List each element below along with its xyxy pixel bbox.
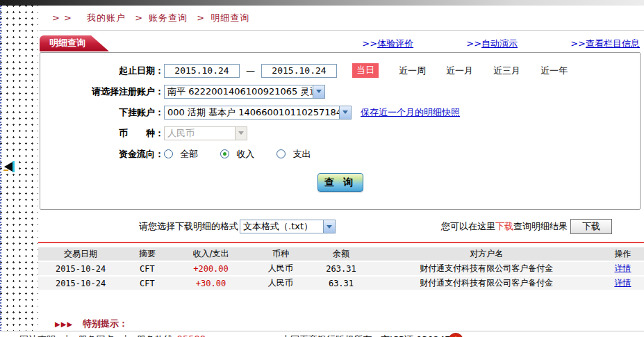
registered-account-row: 请选择注册账户： 南平 6222001406100921065 灵通卡	[40, 84, 640, 99]
table-row: 2015-10-24 CFT +30.00 人民币 63.31 财付通支付科技有…	[38, 277, 644, 290]
fund-flow-label: 资金流向：	[40, 148, 164, 161]
tab-detail-query[interactable]: 明细查询	[40, 35, 109, 51]
triple-arrow-icon: ▶▶▶	[55, 320, 73, 328]
header-date: 交易日期	[38, 248, 123, 260]
header-summary: 摘要	[123, 248, 172, 260]
cell-amount: +30.00	[172, 279, 250, 288]
quick-range-year[interactable]: 近一年	[540, 65, 568, 77]
fund-flow-row: 资金流向： 全部 收入 支出	[40, 147, 640, 161]
cell-currency: 人民币	[250, 277, 311, 289]
link-auto-demo[interactable]: >>自动演示	[466, 38, 518, 49]
cell-currency: 人民币	[250, 263, 311, 274]
download-hint-red: 下载	[495, 220, 513, 233]
transactions-table: 交易日期 摘要 收入/支出 币种 余额 对方户名 操作 2015-10-24 C…	[38, 247, 644, 290]
footer-copyright: 中国工商银行版权所有 京ICP证 030247号	[281, 334, 460, 337]
cell-balance: 263.31	[311, 264, 371, 274]
breadcrumb-item-my-account[interactable]: 我的账户	[87, 13, 126, 23]
header-action: 操作	[602, 248, 644, 260]
link-experience-rating[interactable]: >>体验评价	[362, 38, 413, 49]
currency-select: 人民币	[164, 126, 247, 140]
download-hint-post: 查询明细结果	[513, 220, 568, 233]
date-dash: —	[246, 65, 255, 76]
save-monthly-snapshot-link[interactable]: 保存近一个月的明细快照	[361, 106, 460, 119]
main-content: > > 我的账户 >账务查询 >明细查询 明细查询 >>体验评价 >>自动演示 …	[38, 6, 644, 337]
sub-account-label: 下挂账户：	[40, 106, 164, 119]
detail-link[interactable]: 详情	[614, 278, 631, 288]
flow-radio-expense[interactable]	[276, 149, 286, 158]
chevron-down-icon	[235, 127, 247, 140]
left-dotted-sidebar	[0, 6, 38, 337]
breadcrumb-separator: >	[135, 13, 143, 23]
footer-link-site-statement[interactable]: 网站声明	[19, 334, 56, 337]
flow-option-all: 全部	[164, 148, 198, 161]
breadcrumb-separator: >	[197, 13, 205, 23]
breadcrumb-prefix: > >	[52, 13, 72, 23]
download-format-label: 请您选择下载明细的格式	[139, 220, 238, 233]
breadcrumb-item-account-query[interactable]: 账务查询	[149, 13, 188, 23]
cell-amount: +200.00	[172, 264, 250, 274]
notice-title: 特别提示：	[83, 318, 128, 329]
page-footer: 网站声明 | 服务网点 | 服务热线 95588 中国工商银行版权所有 京ICP…	[0, 331, 644, 337]
link-view-column-info[interactable]: >>查看栏目信息	[570, 38, 640, 49]
flow-radio-income[interactable]	[220, 149, 229, 158]
cell-date: 2015-10-24	[38, 279, 123, 288]
red-divider	[38, 242, 644, 243]
top-gradient-bar	[0, 0, 644, 6]
date-range-label: 起止日期：	[40, 65, 164, 77]
download-row: 请您选择下载明细的格式 文本格式（.txt） 您可以在这里下载查询明细结果 下载	[38, 219, 644, 234]
footer-hotline-label: 服务热线	[137, 334, 173, 337]
header-counterparty: 对方户名	[372, 248, 602, 260]
quick-range-month[interactable]: 近一月	[446, 65, 473, 77]
download-button[interactable]: 下载	[570, 219, 612, 234]
cell-counterparty: 财付通支付科技有限公司客户备付金	[372, 277, 602, 289]
date-range-row: 起止日期： — 当日 近一周 近一月 近三月 近一年	[40, 63, 640, 78]
table-row: 2015-10-24 CFT +200.00 人民币 263.31 财付通支付科…	[38, 262, 644, 275]
currency-label: 币 种：	[40, 127, 164, 140]
registered-account-select[interactable]: 南平 6222001406100921065 灵通卡	[164, 85, 325, 99]
sidebar-collapse-handle[interactable]	[3, 161, 16, 172]
download-format-group: 请您选择下载明细的格式 文本格式（.txt）	[139, 220, 336, 233]
collapse-arrow-icon	[4, 162, 13, 172]
tab-row: 明细查询 >>体验评价 >>自动演示 >>查看栏目信息	[38, 35, 644, 52]
download-format-select[interactable]: 文本格式（.txt）	[240, 220, 336, 233]
sub-account-select[interactable]: 000 活期 基本户 1406600101102571848	[164, 106, 352, 120]
quick-range-quarter[interactable]: 近三月	[493, 65, 520, 77]
query-button-row: 查 询	[40, 173, 640, 192]
header-balance: 余额	[311, 248, 371, 260]
sub-account-row: 下挂账户： 000 活期 基本户 1406600101102571848 保存近…	[40, 105, 640, 120]
download-hint-group: 您可以在这里下载查询明细结果 下载	[441, 219, 612, 234]
flow-option-expense: 支出	[276, 148, 311, 161]
collapse-handle-bar	[13, 161, 15, 172]
quick-range-today[interactable]: 当日	[352, 63, 379, 78]
query-button[interactable]: 查 询	[317, 173, 363, 192]
date-from-input[interactable]	[164, 64, 240, 78]
cell-summary: CFT	[123, 264, 172, 274]
download-hint-pre: 您可以在这里	[441, 220, 495, 233]
quick-range-week[interactable]: 近一周	[399, 65, 426, 77]
cell-date: 2015-10-24	[38, 264, 123, 274]
currency-row: 币 种： 人民币	[40, 126, 640, 140]
registered-account-label: 请选择注册账户：	[40, 85, 164, 98]
footer-hotline-number: 95588	[177, 334, 206, 337]
footer-link-service-outlets[interactable]: 服务网点	[78, 334, 114, 337]
cell-balance: 63.31	[311, 279, 371, 288]
chevron-down-icon[interactable]	[323, 220, 335, 233]
date-to-input[interactable]	[261, 64, 337, 78]
header-amount: 收入/支出	[172, 248, 250, 260]
flow-option-income: 收入	[220, 148, 254, 161]
cell-counterparty: 财付通支付科技有限公司客户备付金	[372, 263, 602, 274]
query-form: 起止日期： — 当日 近一周 近一月 近三月 近一年 请选择注册账户： 南平 6…	[40, 52, 641, 210]
table-header-row: 交易日期 摘要 收入/支出 币种 余额 对方户名 操作	[38, 247, 644, 261]
top-links: >>体验评价 >>自动演示 >>查看栏目信息	[312, 38, 640, 50]
chevron-down-icon[interactable]	[339, 106, 351, 119]
breadcrumb-item-detail-query[interactable]: 明细查询	[210, 13, 249, 23]
notice-title-row: ▶▶▶特别提示：	[55, 318, 644, 330]
chevron-down-icon[interactable]	[313, 85, 324, 98]
flow-radio-all[interactable]	[164, 149, 173, 158]
breadcrumb-divider	[40, 30, 644, 31]
header-currency: 币种	[250, 248, 311, 260]
breadcrumb: > > 我的账户 >账务查询 >明细查询	[38, 6, 644, 29]
cell-summary: CFT	[123, 279, 172, 288]
detail-link[interactable]: 详情	[614, 263, 631, 273]
